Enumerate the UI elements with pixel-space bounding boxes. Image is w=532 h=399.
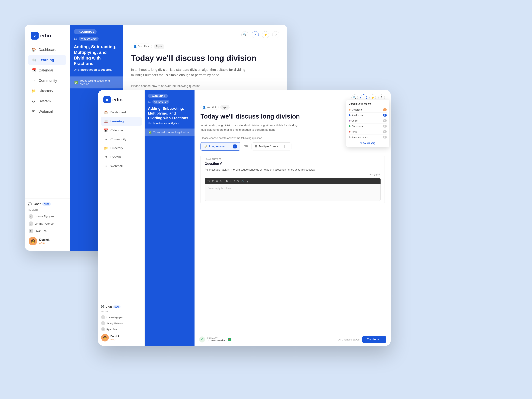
main-title-back: Today we'll discuss long division bbox=[131, 53, 279, 63]
tool-formula[interactable]: ∑ bbox=[247, 180, 248, 182]
notif-item-academics[interactable]: Academics 2 bbox=[349, 113, 387, 118]
notif-item-discussion[interactable]: Discussion 0 bbox=[349, 124, 387, 129]
home-icon-back: 🏠 bbox=[31, 48, 36, 52]
learning-icon-back: 📖 bbox=[31, 58, 36, 62]
lesson-num-front: 1.3 bbox=[148, 101, 151, 103]
multiple-choice-checkbox-front[interactable] bbox=[284, 145, 288, 148]
tool-align[interactable]: ≡ bbox=[216, 180, 218, 182]
nav-item-directory-front[interactable]: 📁 Directory bbox=[101, 144, 142, 152]
community-icon-back: ↔ bbox=[31, 78, 36, 83]
notif-chats-count: 0 bbox=[383, 119, 387, 122]
tool-bold[interactable]: B bbox=[220, 180, 222, 182]
main-desc-back: In arithmetic, long division is a standa… bbox=[131, 67, 251, 78]
nav-label-webmail-back: Webmail bbox=[38, 109, 53, 114]
lightning-icon-top-back[interactable]: ⚡ bbox=[262, 31, 269, 38]
notif-discussion-label: Discussion bbox=[351, 125, 363, 127]
tool-text[interactable]: T↓ bbox=[207, 180, 210, 182]
nav-item-dashboard-back[interactable]: 🏠 Dashboard bbox=[28, 45, 66, 55]
you-pick-badge-front: 👤 You Pick bbox=[201, 105, 219, 110]
nav-item-directory-back[interactable]: 📁 Directory bbox=[28, 86, 66, 96]
chat-item-ryan-back[interactable]: R Ryan Tsai bbox=[28, 228, 66, 235]
view-all-notifications[interactable]: VIEW ALL (36) bbox=[349, 142, 387, 145]
name-louise-front: Louise Nguyen bbox=[106, 316, 123, 319]
calendar-icon-back: 📅 bbox=[31, 68, 36, 72]
chat-item-louise-front[interactable]: L Louise Nguyen bbox=[101, 314, 142, 320]
derrick-name-front: Derrick bbox=[110, 335, 120, 338]
nav-item-system-back[interactable]: ⚙ System bbox=[28, 96, 66, 106]
announcements-dot bbox=[349, 136, 350, 138]
lesson-panel-front: ‹ ALGEBRA 1 1.3 Wed 10/17/18 Adding, Sub… bbox=[145, 90, 195, 346]
tool-text-color[interactable]: A bbox=[234, 180, 235, 182]
search-icon-top-back[interactable]: 🔍 bbox=[241, 31, 248, 38]
derrick-section-front[interactable]: 🧑 Derrick Away bbox=[101, 332, 142, 343]
or-text-front: OR bbox=[244, 145, 248, 148]
summary-info-front: ↺ SUMMARY 1/1 Items Finished 🔖 bbox=[199, 336, 231, 342]
date-chip-front: Wed 10/17/18 bbox=[152, 100, 169, 104]
notif-news-label: News bbox=[351, 130, 357, 133]
nav-item-calendar-front[interactable]: 📅 Calendar bbox=[101, 126, 142, 135]
notif-item-announcements[interactable]: Announcements 0 bbox=[349, 134, 387, 140]
chat-item-jimmy-front[interactable]: J Jimmy Peterson bbox=[101, 320, 142, 326]
tool-underline[interactable]: U bbox=[226, 180, 228, 182]
back-arrow-icon-front: ‹ bbox=[150, 95, 151, 97]
notifications-popup: Unread Notifications Moderation 1 Academ… bbox=[346, 100, 389, 147]
notif-item-chats[interactable]: Chats 0 bbox=[349, 118, 387, 124]
notif-item-news[interactable]: News 0 bbox=[349, 129, 387, 134]
notif-item-moderation[interactable]: Moderation 1 bbox=[349, 107, 387, 113]
chat-title-front[interactable]: 💬 Chat NEW bbox=[101, 305, 120, 309]
continue-button[interactable]: Continue › bbox=[362, 336, 386, 343]
nav-item-learning-front[interactable]: 📖 Learning bbox=[101, 117, 142, 126]
bottom-right: All Changes Saved Continue › bbox=[338, 336, 386, 343]
derrick-section-back[interactable]: 🧑 Derrick Away bbox=[28, 235, 66, 247]
logo-text-back: edio bbox=[40, 32, 51, 39]
editor-toolbar: T↓ ⊞ ≡ B I U S̶ A ✎ 🔗 ∑ bbox=[205, 178, 380, 184]
long-answer-icon-front: 📝 bbox=[204, 145, 208, 148]
chat-label-front: Chat bbox=[106, 305, 112, 309]
lesson-item-back[interactable]: ✅ Today we'll discuss long division bbox=[70, 76, 123, 89]
logo-area-front: e edio bbox=[98, 90, 145, 108]
tool-link[interactable]: 🔗 bbox=[241, 180, 245, 183]
long-answer-section-label: LONG ANSWER bbox=[205, 158, 380, 160]
nav-item-webmail-back[interactable]: ✉ Webmail bbox=[28, 107, 66, 116]
tool-italic[interactable]: I bbox=[223, 180, 224, 182]
moderation-dot bbox=[349, 109, 350, 111]
nav-label-directory-back: Directory bbox=[38, 89, 53, 93]
lesson-unit-back: Unit: Introduction to Algebra bbox=[74, 68, 119, 71]
tool-highlight[interactable]: ✎ bbox=[237, 180, 239, 183]
derrick-name-back: Derrick bbox=[39, 238, 50, 241]
editor-input[interactable]: Enter reply text here... bbox=[205, 184, 380, 201]
bookmark-icon: 🔖 bbox=[228, 338, 231, 341]
chat-title-back[interactable]: 💬 Chat NEW bbox=[28, 202, 51, 206]
nav-item-community-back[interactable]: ↔ Community bbox=[28, 76, 66, 85]
tool-strikethrough[interactable]: S̶ bbox=[230, 180, 232, 183]
check-icon-top-back[interactable]: ✓ bbox=[252, 31, 259, 38]
nav-label-directory-front: Directory bbox=[110, 146, 123, 150]
nav-label-webmail-front: Webmail bbox=[110, 164, 123, 168]
pts-badge-back: 5 pts bbox=[154, 44, 165, 49]
multiple-choice-option-front[interactable]: ⊞ Multiple Choice bbox=[252, 142, 291, 151]
long-answer-checkmark-front: ✓ bbox=[233, 145, 237, 148]
chat-item-ryan-front[interactable]: R Ryan Tsai bbox=[101, 326, 142, 332]
long-answer-option-front[interactable]: 📝 Long Answer ✓ bbox=[201, 142, 241, 151]
nav-item-dashboard-front[interactable]: 🏠 Dashboard bbox=[101, 108, 142, 117]
check-icon-back: ✅ bbox=[74, 81, 78, 84]
long-answer-question: Question # bbox=[205, 162, 380, 165]
nav-back: 🏠 Dashboard 📖 Learning 📅 Calendar ↔ Comm… bbox=[25, 45, 70, 116]
system-icon-back: ⚙ bbox=[31, 99, 36, 103]
nav-item-calendar-back[interactable]: 📅 Calendar bbox=[28, 65, 66, 75]
nav-label-system-back: System bbox=[38, 99, 51, 103]
nav-item-community-front[interactable]: ↔ Community bbox=[101, 135, 142, 144]
avatar-jimmy-front: J bbox=[101, 321, 105, 325]
tool-table[interactable]: ⊞ bbox=[212, 180, 214, 183]
chat-item-jimmy-back[interactable]: J Jimmy Peterson bbox=[28, 220, 66, 228]
nav-item-webmail-front[interactable]: ✉ Webmail bbox=[101, 162, 142, 171]
nav-item-system-front[interactable]: ⚙ System bbox=[101, 153, 142, 161]
directory-icon-back: 📁 bbox=[31, 89, 36, 93]
main-desc-front: In arithmetic, long division is a standa… bbox=[201, 123, 307, 132]
notif-discussion-count: 0 bbox=[383, 125, 387, 127]
avatar-louise-front: L bbox=[101, 315, 105, 319]
chat-item-louise-back[interactable]: L Louise Nguyen bbox=[28, 213, 66, 220]
lesson-item-front[interactable]: ✅ Today we'll discuss long division bbox=[145, 128, 195, 136]
nav-item-learning-back[interactable]: 📖 Learning bbox=[28, 55, 66, 65]
help-icon-top-back[interactable]: ? bbox=[272, 31, 279, 38]
